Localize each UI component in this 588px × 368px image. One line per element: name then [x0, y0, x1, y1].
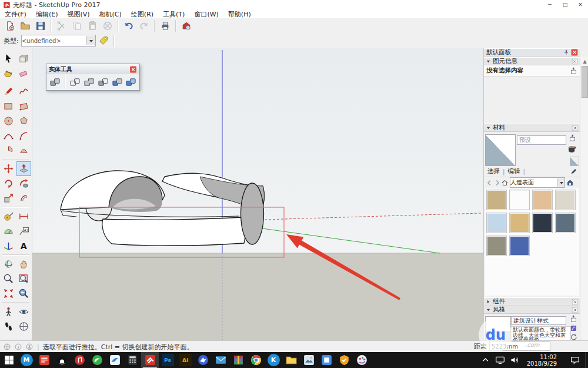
zoom-tool[interactable] — [1, 271, 16, 286]
app-blue-bird[interactable] — [106, 352, 123, 368]
scroll-up-icon[interactable]: ▲ — [580, 57, 588, 66]
section-close-icon[interactable] — [572, 125, 578, 131]
close-icon[interactable] — [129, 66, 137, 73]
cylinder-right-cap[interactable] — [241, 183, 264, 244]
swatch-charcoal[interactable] — [532, 213, 553, 233]
signin-icon[interactable] — [25, 343, 34, 351]
walk-tool[interactable] — [1, 319, 16, 334]
close-icon[interactable] — [571, 49, 578, 56]
tab-edit[interactable]: 编辑 — [508, 167, 520, 175]
menu-item-5[interactable]: 绘图(R) — [126, 10, 158, 19]
components-header[interactable]: 组件 — [484, 297, 580, 306]
app-blue[interactable] — [318, 352, 335, 368]
section-close-icon[interactable] — [572, 58, 578, 65]
drawing-canvas[interactable]: 实体工具 — [32, 48, 483, 340]
follow-me-tool[interactable] — [16, 176, 31, 191]
move-tool[interactable] — [1, 161, 16, 176]
section-close-icon[interactable] — [572, 307, 578, 313]
rectangle-tool[interactable] — [1, 99, 16, 114]
cut-button[interactable] — [55, 19, 69, 32]
style-name-field[interactable]: 建筑设计样式 — [511, 316, 566, 325]
create-style-icon[interactable] — [570, 324, 577, 332]
app-baidu-pan[interactable] — [194, 352, 212, 368]
tray-header[interactable]: 默认面板 — [484, 48, 580, 57]
swatch-cream[interactable] — [555, 190, 576, 210]
zoom-extents-tool[interactable] — [1, 286, 16, 301]
copy-button[interactable] — [70, 19, 84, 32]
swatch-taupe[interactable] — [486, 236, 507, 256]
previous-view-tool[interactable] — [16, 286, 31, 301]
subtract-tool[interactable] — [96, 75, 110, 89]
maximize-button[interactable]: □ — [557, 0, 573, 9]
app-mail[interactable] — [212, 352, 229, 368]
menu-item-2[interactable]: 编辑(E) — [31, 10, 63, 19]
show-desktop-button[interactable] — [585, 352, 588, 368]
menu-item-8[interactable]: 帮助(H) — [223, 10, 256, 19]
app-kugou[interactable]: K — [265, 352, 282, 368]
pin-icon[interactable] — [563, 49, 570, 56]
orbit-tool[interactable] — [1, 257, 16, 271]
scale-tool[interactable] — [1, 191, 16, 205]
secondary-pane-icon[interactable] — [570, 315, 577, 323]
app-illustrator[interactable]: Ai — [176, 352, 194, 368]
swatch-wood[interactable] — [532, 190, 553, 210]
protractor-tool[interactable] — [1, 224, 16, 238]
arc-tool[interactable] — [16, 128, 31, 143]
pie-tool[interactable] — [1, 143, 16, 158]
material-name-field[interactable]: 预设 — [517, 135, 566, 145]
cylinder-body[interactable] — [102, 217, 245, 246]
swatch-blue[interactable] — [509, 236, 530, 256]
open-button[interactable] — [18, 19, 32, 32]
in-model-icon[interactable] — [566, 179, 574, 187]
select-tool[interactable] — [1, 51, 16, 66]
network-icon[interactable] — [495, 355, 505, 365]
segment-tool[interactable] — [16, 143, 31, 158]
position-camera-tool[interactable] — [1, 304, 16, 319]
section-close-icon[interactable] — [572, 299, 578, 305]
app-qq[interactable] — [53, 352, 71, 368]
entity-info-header[interactable]: 图元信息 — [484, 57, 580, 65]
eraser-tool[interactable] — [16, 66, 31, 81]
measurement-box[interactable]: 5223mm — [489, 342, 550, 351]
dimension-tool[interactable] — [16, 209, 31, 224]
credits-icon[interactable] — [14, 343, 22, 351]
erase-button[interactable] — [101, 19, 115, 32]
clock[interactable]: 11:02 2018/9/29 — [527, 354, 557, 367]
classifier-icon[interactable] — [96, 34, 111, 47]
polygon-tool[interactable] — [16, 114, 31, 128]
zoom-window-tool[interactable] — [16, 271, 31, 286]
paste-button[interactable] — [85, 19, 99, 32]
union-tool[interactable] — [82, 75, 96, 89]
new-button[interactable] — [3, 19, 17, 32]
palette-title-bar[interactable]: 实体工具 — [46, 64, 139, 74]
make-component-tool[interactable] — [16, 51, 31, 66]
swatch-lightblue[interactable] — [486, 213, 507, 233]
app-photoshop[interactable]: Ps — [159, 352, 176, 368]
undo-button[interactable] — [122, 19, 136, 32]
app-m[interactable]: M — [18, 352, 35, 368]
push-pull-tool[interactable] — [16, 161, 31, 176]
swatch-khaki[interactable] — [509, 213, 530, 233]
collapse-icon[interactable] — [486, 125, 491, 131]
app-shield[interactable] — [335, 352, 353, 368]
solid-tools-palette[interactable]: 实体工具 — [46, 64, 140, 91]
volume-icon[interactable] — [510, 355, 520, 365]
app-red-grid[interactable] — [35, 352, 53, 368]
minimize-button[interactable]: ─ — [542, 0, 557, 9]
file-explorer[interactable] — [282, 352, 300, 368]
3d-text-tool[interactable]: A — [16, 238, 31, 253]
menu-item-3[interactable]: 视图(V) — [62, 10, 94, 19]
secondary-pane-icon[interactable] — [569, 134, 576, 142]
outer-shell-tool[interactable] — [48, 75, 62, 89]
redo-button[interactable] — [137, 19, 151, 32]
styles-header[interactable]: 风格 — [484, 306, 580, 314]
tray-chevron-icon[interactable] — [480, 355, 490, 365]
axes-tool[interactable] — [1, 238, 16, 253]
sample-paint-icon[interactable] — [570, 168, 577, 175]
rotated-rectangle-tool[interactable] — [16, 99, 31, 114]
app-paint[interactable] — [353, 352, 370, 368]
trim-tool[interactable] — [111, 75, 124, 89]
home-icon[interactable] — [501, 179, 509, 187]
menu-item-6[interactable]: 工具(T) — [158, 10, 189, 19]
circle-tool[interactable] — [1, 114, 16, 128]
